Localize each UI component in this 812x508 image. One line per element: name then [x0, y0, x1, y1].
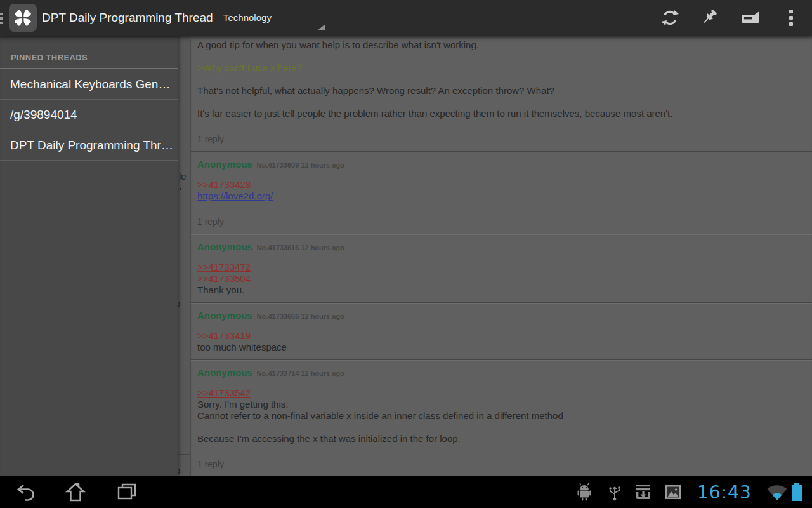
download-icon — [634, 483, 652, 501]
status-clock: 16:43 — [697, 482, 752, 503]
board-spinner[interactable]: Technology — [214, 0, 329, 36]
post-line: It's far easier to just tell people the … — [197, 108, 806, 119]
post-body: >>41733428https://love2d.org/ — [197, 179, 806, 202]
post-line: Because I'm accessing the x that was ini… — [197, 433, 806, 444]
post-line: A good tip for when you want help is to … — [197, 39, 806, 51]
post-author: Anonymous — [197, 310, 252, 321]
app-clover-icon[interactable] — [9, 4, 37, 32]
reply-icon — [741, 11, 760, 25]
post-meta: No.41733616 12 hours ago — [257, 244, 344, 251]
post-line: Sorry. I'm getting this: — [197, 399, 806, 410]
post-line: That's not helpful, what actually happen… — [197, 85, 806, 97]
home-icon — [65, 482, 86, 502]
dimmed-content-strip: le'oo — [178, 36, 191, 476]
post-header: AnonymousNo.41733714 12 hours ago — [197, 368, 806, 378]
reply-button[interactable] — [735, 3, 766, 33]
url-link[interactable]: https://love2d.org/ — [197, 190, 273, 201]
post: AnonymousNo.41733714 12 hours ago>>41733… — [191, 360, 812, 476]
text-fragment: ' — [180, 185, 181, 196]
blank-line — [197, 422, 806, 433]
home-button[interactable] — [65, 482, 86, 502]
battery-icon — [792, 485, 802, 501]
post-line: Cannot refer to a non-final variable x i… — [197, 410, 806, 422]
quote-link[interactable]: >>41733472 — [197, 262, 251, 272]
blank-line — [197, 51, 806, 62]
drawer-indicator-icon — [0, 13, 3, 26]
quote-link[interactable]: >>41733419 — [197, 330, 251, 341]
post-author: Anonymous — [197, 159, 252, 170]
text-fragment: o — [178, 298, 180, 309]
quote-link[interactable]: >>41733504 — [197, 273, 251, 284]
drawer-item-2[interactable]: DPT Daily Programming Thr… — [0, 130, 178, 161]
post-line: >>41733542 — [197, 387, 806, 399]
post: AnonymousNo.41733609 12 hours ago>>41733… — [191, 152, 812, 234]
pin-button[interactable] — [695, 3, 725, 33]
divider — [178, 454, 191, 455]
greentext-line: >Why can't I use x here? — [197, 62, 806, 74]
post-line: >>41733472 — [197, 262, 806, 273]
drawer-item-1[interactable]: /g/39894014 — [0, 100, 178, 130]
clover-leaves — [9, 4, 37, 32]
replies-count[interactable]: 1 reply — [197, 458, 806, 470]
post-body: >>41733472>>41733504Thank you. — [197, 262, 806, 296]
overflow-icon — [789, 7, 793, 29]
post-meta: No.41733666 12 hours ago — [257, 312, 344, 320]
post-header: AnonymousNo.41733666 12 hours ago — [197, 311, 806, 321]
system-nav-bar: 16:43 — [0, 476, 812, 508]
recents-icon — [117, 482, 137, 502]
post-author: Anonymous — [197, 367, 252, 378]
post-line: >>41733504 — [197, 273, 806, 284]
back-button[interactable] — [15, 482, 36, 502]
post-body: A good tip for when you want help is to … — [197, 39, 806, 119]
page-title: DPT Daily Programming Thread — [42, 0, 213, 36]
action-bar: DPT Daily Programming Thread Technology — [0, 0, 812, 36]
wifi-icon — [766, 484, 788, 501]
text-fragment: le — [179, 171, 187, 182]
android-debug-icon — [576, 483, 593, 501]
overflow-menu-button[interactable] — [776, 3, 806, 33]
blank-line — [197, 97, 806, 108]
post-line: >>41733419 — [197, 330, 806, 342]
recents-button[interactable] — [117, 482, 137, 502]
pin-icon — [700, 8, 719, 27]
post-header: AnonymousNo.41733609 12 hours ago — [197, 159, 806, 170]
replies-count[interactable]: 1 reply — [197, 216, 806, 227]
post: A good tip for when you want help is to … — [191, 36, 812, 152]
drawer-header: PINNED THREADS — [0, 36, 178, 69]
post-line: Thank you. — [197, 284, 806, 296]
usb-icon — [606, 483, 623, 501]
refresh-button[interactable] — [655, 3, 685, 33]
post-author: Anonymous — [197, 241, 252, 252]
pinned-threads-drawer: PINNED THREADS Mechanical Keyboards Gen…… — [0, 36, 178, 476]
post-line: too much whitespace — [197, 342, 806, 353]
text-fragment: o — [178, 465, 180, 476]
refresh-icon — [661, 9, 679, 27]
post: AnonymousNo.41733616 12 hours ago>>41733… — [191, 234, 812, 303]
spinner-caret-icon — [317, 24, 325, 30]
post-body: >>41733542Sorry. I'm getting this:Cannot… — [197, 387, 806, 444]
post-line: https://love2d.org/ — [197, 190, 806, 202]
post-header: AnonymousNo.41733616 12 hours ago — [197, 242, 806, 253]
post-body: >>41733419too much whitespace — [197, 330, 806, 353]
post-meta: No.41733714 12 hours ago — [257, 370, 344, 377]
app-screen: DPT Daily Programming Thread Technology — [0, 0, 812, 508]
post-line: >>41733428 — [197, 179, 806, 190]
replies-count[interactable]: 1 reply — [197, 133, 806, 145]
quote-link[interactable]: >>41733542 — [197, 387, 251, 398]
quote-link[interactable]: >>41733428 — [197, 179, 251, 190]
thread-post-list: A good tip for when you want help is to … — [190, 36, 812, 476]
post: AnonymousNo.41733666 12 hours ago>>41733… — [191, 303, 812, 360]
board-spinner-label: Technology — [223, 0, 272, 36]
back-icon — [15, 482, 36, 502]
drawer-item-0[interactable]: Mechanical Keyboards Gen… — [0, 69, 178, 100]
blank-line — [197, 74, 806, 85]
gallery-icon — [665, 485, 681, 500]
post-meta: No.41733609 12 hours ago — [257, 161, 344, 169]
